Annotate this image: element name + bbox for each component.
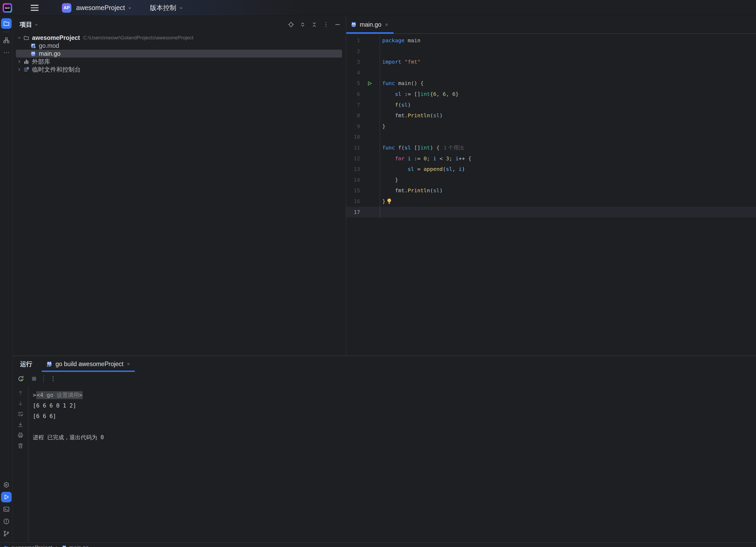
tree-item-main.go[interactable]: main.go [16,50,342,58]
code-line-11[interactable]: 11func f(sl []int) {1 个用法 [346,142,756,153]
folded-command-region[interactable]: <4 go 设置调用> [36,391,83,399]
token-fn: Println [408,187,430,194]
tree-item--[interactable]: 外部库 [16,58,342,66]
chevron-right-icon[interactable] [16,66,23,73]
stripe-services-icon[interactable] [1,480,12,490]
tree-item-awesomeProject[interactable]: awesomeProjectC:\Users\meowr\GolandProje… [16,34,342,42]
stripe-version-control-icon[interactable] [1,528,12,539]
token-def [382,102,395,108]
collapse-all-icon[interactable] [310,21,318,29]
project-panel-title[interactable]: 项目 [20,20,38,29]
stripe-structure-icon[interactable] [1,35,12,46]
intention-bulb-icon[interactable] [386,198,393,205]
token-def: ; [449,155,455,162]
fold-arrow[interactable]: > [33,392,36,398]
tree-item-go.mod[interactable]: go.mod [16,42,342,50]
run-gutter-icon[interactable] [360,78,379,89]
printer-icon[interactable] [16,431,24,439]
line-number: 7 [346,100,360,110]
console-toolbar [13,386,29,542]
arrow-up-icon[interactable] [16,389,24,397]
token-def: } [455,91,459,97]
stripe-terminal-icon[interactable] [1,504,12,514]
chevron-right-icon[interactable] [16,58,23,65]
close-icon[interactable] [126,362,131,366]
line-number: 10 [346,132,360,142]
kebab-icon[interactable] [322,21,330,29]
token-def: := [] [401,91,420,97]
code-line-15[interactable]: 15 fmt.Println(sl) [346,185,756,196]
kebab-icon[interactable] [49,375,57,383]
usages-inlay-hint[interactable]: 1 个用法 [444,145,464,151]
stripe-problems-icon[interactable] [1,516,12,527]
code-line-16[interactable]: 16} [346,196,756,207]
code-line-8[interactable]: 8 fmt.Println(sl) [346,110,756,121]
line-number: 4 [346,67,360,78]
stripe-run-icon[interactable] [1,492,12,502]
editor: main.go 1package main23import "fmt"45fun… [346,16,756,355]
gutter-icon-slot [360,89,379,100]
token-def: ) [462,166,465,172]
line-number: 15 [346,185,360,196]
chevron-down-icon[interactable] [16,34,23,41]
code-line-3[interactable]: 3import "fmt" [346,57,756,67]
code-line-12[interactable]: 12 for i := 0; i < 3; i++ { [346,153,756,164]
token-fn: f [395,102,398,108]
main-menu-icon[interactable] [31,3,41,13]
code-editor[interactable]: 1package main23import "fmt"45func main()… [346,34,756,355]
tree-item--[interactable]: 临时文件和控制台 [16,66,342,73]
trash-icon[interactable] [16,442,24,449]
soft-wrap-icon[interactable] [16,410,24,418]
code-text: func main() { [380,78,424,89]
project-selector[interactable]: awesomeProject [76,4,132,12]
code-line-17[interactable]: 17 [346,207,756,218]
token-def: fmt. [382,112,408,119]
close-icon[interactable] [384,22,389,27]
code-line-14[interactable]: 14 } [346,175,756,186]
project-panel: 项目 awesomeProjectC:\Users\meowr\GolandPr… [13,16,346,355]
code-line-13[interactable]: 13 sl = append(sl, i) [346,164,756,175]
token-def: [] [411,145,420,151]
run-tab-go-build[interactable]: go build awesomeProject [42,356,135,372]
expand-all-icon[interactable] [299,21,307,29]
code-line-9[interactable]: 9} [346,121,756,132]
breadcrumb-main.go[interactable]: main.go [62,544,89,547]
console-output[interactable]: ><4 go 设置调用>[6 6 6 0 1 2][6 6 6] 进程 已完成，… [29,386,756,542]
gutter: 1 [346,35,380,46]
token-var: i [459,166,462,172]
gutter: 12 [346,153,380,164]
gutter: 6 [346,89,380,100]
token-var: sl [408,166,414,172]
editor-tab-main-go[interactable]: main.go [346,16,394,33]
token-var: sl [404,145,411,151]
breadcrumb-awesomeProject[interactable]: awesomeProject [4,544,52,547]
token-var: sl [433,112,440,119]
token-def: main() { [395,80,423,86]
stripe-project-icon[interactable] [1,18,12,29]
vcs-menu[interactable]: 版本控制 [150,3,183,12]
line-number: 17 [346,207,360,218]
code-line-10[interactable]: 10 [346,132,756,142]
locate-icon[interactable] [287,21,295,29]
code-line-7[interactable]: 7 f(sl) [346,100,756,110]
code-line-1[interactable]: 1package main [346,35,756,46]
scroll-end-icon[interactable] [16,420,24,428]
token-def [404,155,408,162]
code-line-4[interactable]: 4 [346,67,756,78]
code-line-6[interactable]: 6 sl := []int{6, 6, 6} [346,89,756,100]
token-typ: int [421,91,430,97]
stop-icon[interactable] [30,375,38,383]
rerun-icon[interactable] [17,375,25,383]
gutter: 9 [346,121,380,132]
stripe-more-tools-icon[interactable] [1,47,12,58]
code-line-5[interactable]: 5func main() { [346,78,756,89]
editor-tabbar: main.go [346,16,756,34]
arrow-down-icon[interactable] [16,399,24,407]
project-panel-header: 项目 [13,16,346,33]
code-text [380,67,382,78]
minimize-icon[interactable] [334,21,342,29]
line-number: 13 [346,164,360,175]
project-avatar[interactable]: AP [62,3,71,13]
code-text [380,132,382,142]
code-line-2[interactable]: 2 [346,46,756,57]
